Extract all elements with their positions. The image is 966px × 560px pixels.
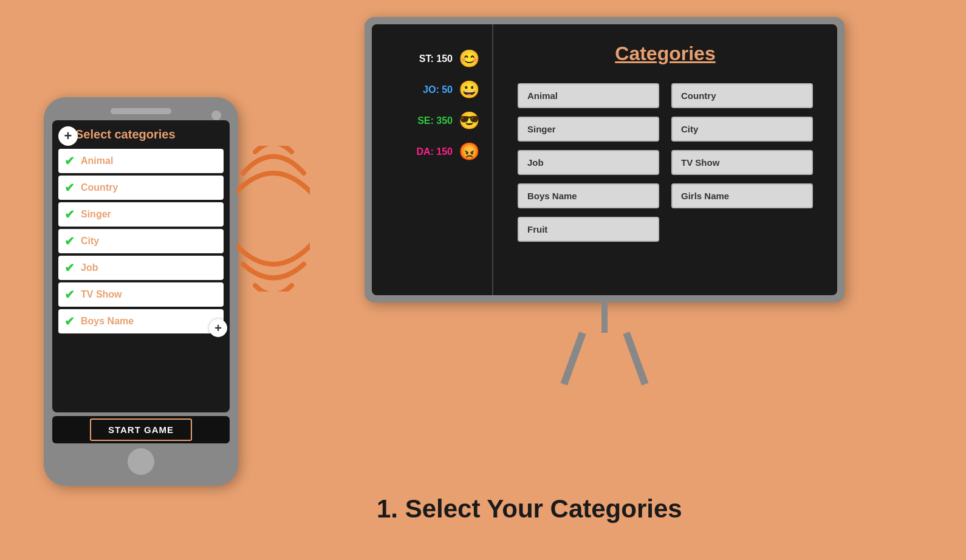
phone-title: Select categories: [75, 128, 176, 142]
category-box[interactable]: TV Show: [671, 150, 813, 175]
category-box[interactable]: Fruit: [518, 217, 659, 242]
category-box[interactable]: Country: [671, 83, 813, 108]
category-box[interactable]: Singer: [518, 117, 659, 142]
stand-leg-left: [561, 332, 586, 386]
phone-category-list: ✔ Animal ✔ Country ✔ Singer ✔ City ✔ Job…: [58, 149, 224, 333]
checkmark-icon: ✔: [64, 261, 75, 275]
category-box[interactable]: City: [671, 117, 813, 142]
phone-list-item[interactable]: ✔ TV Show: [58, 282, 224, 307]
item-label: City: [81, 236, 99, 247]
item-label: Singer: [81, 209, 111, 220]
monitor-screen: ST: 150 😊 JO: 50 😀 SE: 350 😎 DA: 150 😡 C…: [372, 24, 837, 295]
category-box[interactable]: Animal: [518, 83, 659, 108]
category-box[interactable]: Boys Name: [518, 183, 659, 208]
phone-list-item[interactable]: ✔ Animal: [58, 149, 224, 173]
wifi-arcs-top: [237, 146, 310, 213]
item-label: TV Show: [81, 289, 122, 300]
player-emoji: 😀: [459, 80, 480, 100]
checkmark-icon: ✔: [64, 314, 75, 329]
player-emoji: 😎: [459, 111, 480, 131]
player-score-row: DA: 150 😡: [384, 142, 480, 162]
plus-button[interactable]: +: [209, 319, 227, 337]
monitor-mockup: ST: 150 😊 JO: 50 😀 SE: 350 😎 DA: 150 😡 C…: [365, 17, 844, 388]
stand-leg-right: [623, 332, 648, 386]
category-box[interactable]: Job: [518, 150, 659, 175]
player-score-row: ST: 150 😊: [384, 49, 480, 69]
phone-list-item[interactable]: ✔ Singer: [58, 202, 224, 227]
stand-base: [579, 333, 630, 388]
monitor-title: Categories: [615, 43, 715, 65]
stand-neck: [601, 302, 608, 333]
phone-list-item[interactable]: ✔ Job: [58, 256, 224, 280]
start-game-button[interactable]: START GAME: [90, 418, 192, 441]
phone-list-item[interactable]: ✔ Country: [58, 176, 224, 200]
phone-mockup: + Select categories ✔ Animal ✔ Country ✔…: [44, 97, 238, 486]
score-text: JO: 50: [423, 84, 453, 95]
category-box[interactable]: Girls Name: [671, 183, 813, 208]
phone-list-item[interactable]: ✔ City: [58, 229, 224, 253]
checkmark-icon: ✔: [64, 154, 75, 168]
checkmark-icon: ✔: [64, 287, 75, 302]
player-score-row: JO: 50 😀: [384, 80, 480, 100]
player-scores-panel: ST: 150 😊 JO: 50 😀 SE: 350 😎 DA: 150 😡: [372, 24, 493, 295]
phone-list-item[interactable]: ✔ Boys Name +: [58, 309, 224, 333]
phone-camera: [211, 111, 221, 120]
categories-grid: AnimalCountrySingerCityJobTV ShowBoys Na…: [518, 83, 813, 242]
monitor-stand: [365, 302, 844, 388]
phone-bottom-bar: START GAME: [52, 416, 230, 443]
item-label: Animal: [81, 155, 113, 166]
categories-panel: Categories AnimalCountrySingerCityJobTV …: [493, 24, 837, 295]
score-text: SE: 350: [417, 115, 453, 126]
item-label: Job: [81, 262, 98, 273]
player-score-row: SE: 350 😎: [384, 111, 480, 131]
item-label: Country: [81, 182, 118, 193]
score-text: DA: 150: [416, 146, 453, 157]
score-text: ST: 150: [419, 53, 453, 64]
checkmark-icon: ✔: [64, 207, 75, 222]
checkmark-icon: ✔: [64, 234, 75, 248]
phone-screen: + Select categories ✔ Animal ✔ Country ✔…: [52, 120, 230, 412]
bottom-heading: 1. Select Your Categories: [377, 494, 682, 524]
phone-add-button[interactable]: +: [58, 126, 78, 146]
monitor-frame: ST: 150 😊 JO: 50 😀 SE: 350 😎 DA: 150 😡 C…: [365, 17, 844, 302]
phone-speaker: [111, 108, 171, 114]
item-label: Boys Name: [81, 316, 134, 327]
checkmark-icon: ✔: [64, 180, 75, 195]
player-emoji: 😊: [459, 49, 480, 69]
player-emoji: 😡: [459, 142, 480, 162]
wifi-arcs-bottom: [237, 225, 310, 292]
phone-home-button[interactable]: [128, 448, 154, 475]
